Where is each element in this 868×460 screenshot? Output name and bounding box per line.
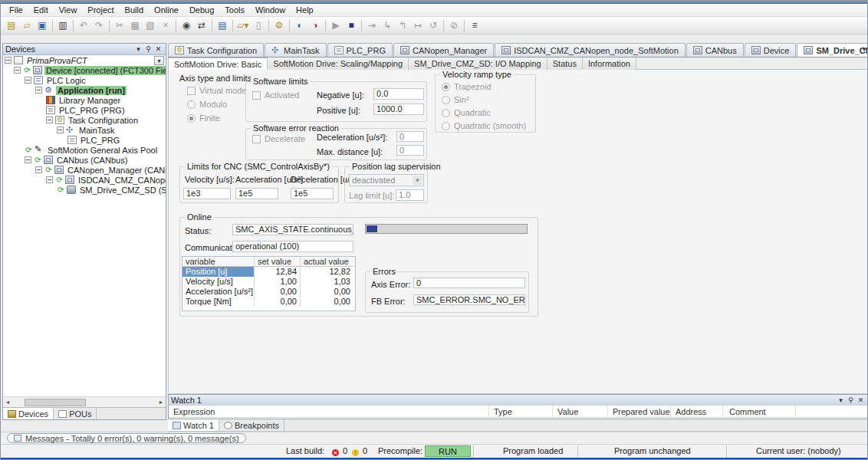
expand-icon[interactable] <box>25 77 31 84</box>
tab-pous[interactable]: POUs <box>54 408 97 419</box>
symbols-icon[interactable]: ▯ <box>252 19 265 32</box>
panel-menu-icon[interactable]: ▾ <box>836 396 846 404</box>
chevron-down-icon[interactable]: ▼ <box>413 176 422 185</box>
cell-variable[interactable]: Velocity [u/s] <box>182 277 255 287</box>
quadratic-smooth-radio[interactable] <box>442 122 450 130</box>
tree-item-project-root[interactable]: PrimaProvaFCT ▾ <box>3 55 166 65</box>
tab-watch-1[interactable]: Watch 1 <box>168 419 219 431</box>
print-icon[interactable]: ▥ <box>56 19 70 32</box>
menu-build[interactable]: Build <box>120 5 149 15</box>
sin2-radio[interactable] <box>442 96 450 104</box>
menu-window[interactable]: Window <box>250 5 291 15</box>
col-expression[interactable]: Expression <box>173 407 215 416</box>
quadratic-radio[interactable] <box>442 109 450 117</box>
lag-limit-input[interactable]: 1.0 <box>396 189 424 201</box>
tab-status[interactable]: Status <box>547 58 583 70</box>
activated-checkbox[interactable] <box>252 91 261 100</box>
tree-item-device[interactable]: ⟳ Device [connected] (FCT300 Fieldbus Co… <box>3 65 166 75</box>
doc-tab-device[interactable]: Device <box>745 43 797 57</box>
menu-tools[interactable]: Tools <box>219 5 250 15</box>
doc-tab-canopen-manager[interactable]: CANopen_Manager <box>393 43 494 57</box>
col-comment[interactable]: Comment <box>729 407 766 416</box>
table-row[interactable]: Acceleration [u/s²] 0,00 0,00 <box>182 287 355 297</box>
finite-radio[interactable] <box>187 114 196 123</box>
panel-close-icon[interactable]: ✕ <box>153 45 163 53</box>
expand-icon[interactable] <box>35 166 42 173</box>
tab-breakpoints[interactable]: Breakpoints <box>219 419 284 431</box>
tree-item-plc-prg[interactable]: PLC_PRG (PRG) <box>3 105 166 115</box>
step-over-icon[interactable]: ⇥ <box>365 19 379 32</box>
step-into-icon[interactable]: ↳ <box>380 19 394 32</box>
tree-item-application[interactable]: Application [run] <box>3 85 166 95</box>
expand-icon[interactable] <box>57 127 64 133</box>
doc-tab-sm-drive-cmz-sd[interactable]: SM_Drive_CMZ_SD ✕ <box>797 43 868 57</box>
logout-icon[interactable]: ◑ <box>308 19 322 32</box>
virtual-mode-checkbox[interactable] <box>187 87 196 95</box>
lag-mode-dropdown[interactable]: deactivated ▼ <box>349 174 424 186</box>
expand-icon[interactable] <box>46 117 53 123</box>
trapezoid-radio[interactable] <box>442 83 450 91</box>
panel-pin-icon[interactable]: ⚲ <box>143 45 153 53</box>
doc-tab-maintask[interactable]: MainTask <box>265 43 326 57</box>
col-type[interactable]: Type <box>494 407 512 416</box>
negative-input[interactable]: 0.0 <box>373 88 424 100</box>
expand-icon[interactable] <box>46 176 53 183</box>
breakpoint-icon[interactable]: ⊘ <box>447 19 461 32</box>
col-address[interactable]: Address <box>676 407 706 416</box>
reset-icon[interactable]: ↺ <box>426 19 440 32</box>
menu-online[interactable]: Online <box>149 5 184 15</box>
scroll-left-icon[interactable]: ◄ <box>4 399 12 406</box>
modulo-radio[interactable] <box>187 100 196 109</box>
cell-variable[interactable]: Acceleration [u/s²] <box>182 287 255 297</box>
expand-icon[interactable] <box>14 67 21 74</box>
positive-input[interactable]: 1000.0 <box>373 104 424 115</box>
tab-list-dropdown-icon[interactable]: ▼ <box>861 46 867 53</box>
stop-icon[interactable]: ■ <box>344 19 358 32</box>
cell-variable[interactable]: Position [u] <box>182 267 255 277</box>
replace-icon[interactable]: ⇄ <box>195 19 209 32</box>
start-icon[interactable]: ▶ <box>329 19 343 32</box>
undo-icon[interactable]: ↶ <box>77 19 90 32</box>
col-actual-value[interactable]: actual value <box>301 257 353 266</box>
tab-messages[interactable]: Messages - Totally 0 error(s), 0 warning… <box>7 433 246 443</box>
panel-close-icon[interactable]: ✕ <box>856 396 866 404</box>
tree-item-softmotion-axis-pool[interactable]: ⟳ SoftMotion General Axis Pool <box>3 145 166 155</box>
tab-devices[interactable]: Devices <box>3 408 54 419</box>
table-row[interactable]: Velocity [u/s] 1,00 1,03 <box>182 277 355 287</box>
menu-edit[interactable]: Edit <box>28 5 54 15</box>
expand-icon[interactable] <box>35 87 42 94</box>
expand-icon[interactable] <box>25 156 31 163</box>
menu-view[interactable]: View <box>54 5 83 15</box>
new-file-icon[interactable]: ▤ <box>5 19 18 32</box>
messages-view-icon[interactable]: ▤ <box>215 19 229 32</box>
menu-help[interactable]: Help <box>291 5 319 15</box>
cnc-velocity-input[interactable]: 1e3 <box>183 188 231 199</box>
paste-icon[interactable]: ▧ <box>143 19 157 32</box>
cell-variable[interactable]: Torque [Nm] <box>182 297 255 307</box>
library-icon[interactable]: ▱▾ <box>236 19 250 32</box>
menu-project[interactable]: Project <box>82 5 119 15</box>
col-set-value[interactable]: set value <box>255 257 301 266</box>
build-icon[interactable]: ⚙ <box>272 19 286 32</box>
tree-item-task-configuration[interactable]: Task Configuration <box>3 115 166 125</box>
tab-information[interactable]: Information <box>583 58 636 70</box>
col-prepared-value[interactable]: Prepared value <box>613 407 670 416</box>
delete-icon[interactable]: × <box>159 19 173 32</box>
tree-item-library-manager[interactable]: Library Manager <box>3 95 166 105</box>
cut-icon[interactable]: ✂ <box>113 19 127 32</box>
deceleration-input[interactable]: 0 <box>396 131 424 142</box>
horizontal-scrollbar[interactable]: ◄ ► <box>3 396 166 407</box>
tree-item-isdcan-node[interactable]: ⟳ ISDCAN_CMZ_CANopen_node_SoftMotion <box>3 175 166 185</box>
panel-menu-icon[interactable]: ▾ <box>133 45 143 53</box>
menu-file[interactable]: File <box>4 5 28 15</box>
cnc-acceleration-input[interactable]: 1e5 <box>235 188 278 199</box>
col-variable[interactable]: variable <box>182 257 255 266</box>
doc-tab-isdcan-node[interactable]: ISDCAN_CMZ_CANopen_node_SoftMotion <box>495 43 686 57</box>
table-row[interactable]: Torque [Nm] 0,00 0,00 <box>182 297 355 307</box>
find-icon[interactable]: ◉ <box>179 19 193 32</box>
tree-item-plc-logic[interactable]: PLC Logic <box>3 75 166 85</box>
more-icon[interactable]: ≡ <box>468 19 482 32</box>
copy-icon[interactable]: ▦ <box>128 19 142 32</box>
chevron-down-icon[interactable]: ▾ <box>154 56 164 65</box>
panel-pin-icon[interactable]: ⚲ <box>846 396 856 404</box>
